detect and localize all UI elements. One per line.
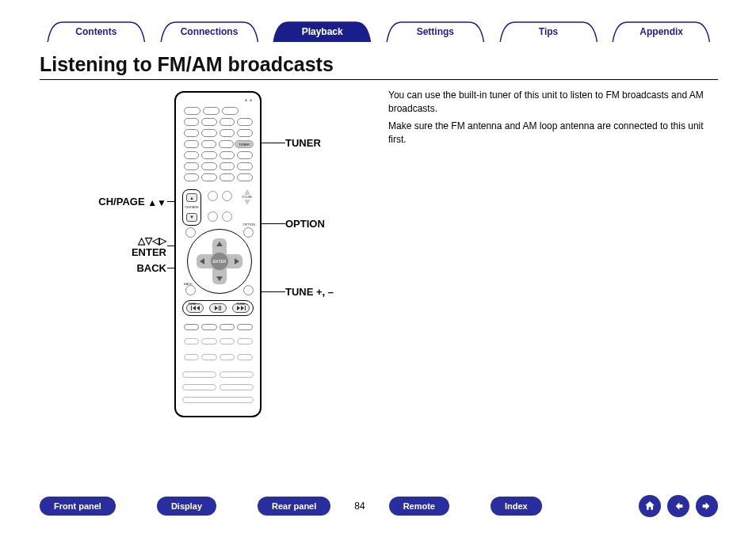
triangle-left-outline-icon: ◁ (152, 235, 159, 246)
remote-row-tuner: TUNER (182, 140, 254, 148)
remote-option-label: OPTION (243, 223, 255, 227)
remote-small-btn (208, 191, 218, 201)
tune-plus-label: TUNE + (237, 302, 248, 306)
tab-connections[interactable]: Connections (153, 21, 266, 42)
tab-contents[interactable]: Contents (40, 21, 153, 42)
callout-tune: TUNE +, – (285, 286, 334, 298)
remote-small-btn (208, 211, 218, 222)
nav-index[interactable]: Index (491, 497, 542, 516)
remote-row (182, 173, 254, 181)
dpad-down-icon (216, 276, 223, 281)
remote-back-btn (185, 285, 196, 295)
triangle-down-outline-icon: ▽ (145, 235, 152, 246)
callout-arrows-enter: △▽◁▷ ENTER (48, 234, 166, 258)
callout-back-label: BACK (136, 262, 166, 274)
remote-row (182, 371, 254, 378)
remote-option-btn (243, 227, 254, 238)
remote-small-btn (222, 211, 232, 222)
remote-row (182, 324, 254, 330)
remote-row (182, 162, 254, 170)
remote-power-leds (245, 99, 252, 101)
remote-back-label: BACK (184, 282, 193, 286)
remote-dpad: OPTION BACK ENTER (187, 229, 252, 294)
home-button[interactable] (639, 495, 661, 517)
remote-diagram: CH/PAGE ▲▼ △▽◁▷ ENTER BACK TUNER OPTION … (48, 91, 380, 440)
tab-label: Tips (539, 26, 558, 37)
nav-rear-panel[interactable]: Rear panel (258, 497, 330, 516)
triangle-down-icon: ▼ (157, 197, 166, 208)
tab-label: Appendix (640, 26, 683, 37)
page-title: Listening to FM/AM broadcasts (40, 53, 334, 76)
volume-up-icon (244, 189, 250, 195)
callout-chpage-label: CH/PAGE (98, 196, 144, 207)
arrow-left-icon (672, 500, 685, 512)
nav-remote[interactable]: Remote (389, 497, 449, 516)
volume-down-icon (244, 200, 250, 205)
dpad-right-icon (235, 258, 239, 265)
callout-option-label: OPTION (285, 218, 325, 230)
play-pause-icon (209, 303, 227, 313)
remote-row (182, 118, 254, 126)
remote-row (182, 151, 254, 159)
nav-display[interactable]: Display (157, 497, 216, 516)
remote-volume: VOLUME (242, 189, 252, 205)
remote-corner-btn (185, 227, 196, 238)
dpad-left-icon (200, 258, 204, 265)
bottom-nav: Front panel Display Rear panel 84 Remote… (40, 495, 718, 517)
page-icons (639, 495, 718, 517)
prev-page-button[interactable] (667, 495, 689, 517)
body-p1: You can use the built-in tuner of this u… (388, 89, 716, 116)
tab-label: Playback (302, 26, 343, 37)
top-tabs: Contents Connections Playback Settings T… (40, 21, 718, 42)
remote-row (182, 384, 254, 390)
tab-label: Connections (181, 26, 239, 37)
body-text: You can use the built-in tuner of this u… (388, 89, 716, 150)
remote-row (182, 338, 254, 345)
callout-enter-label: ENTER (132, 246, 166, 258)
dpad-up-icon (216, 242, 223, 246)
callout-tuner-label: TUNER (285, 137, 321, 149)
callout-chpage: CH/PAGE ▲▼ (48, 196, 166, 208)
tab-playback[interactable]: Playback (265, 21, 379, 42)
remote-chpage-group: ▲ CH/PAGE ▼ (182, 189, 201, 226)
body-p2: Make sure the FM antenna and AM loop ant… (388, 120, 716, 147)
remote-volume-label: VOLUME (242, 196, 252, 199)
triangle-up-outline-icon: △ (138, 235, 145, 246)
remote-small-btn (222, 191, 232, 201)
tab-label: Contents (75, 26, 116, 37)
nav-front-panel[interactable]: Front panel (40, 497, 116, 516)
tab-settings[interactable]: Settings (379, 21, 492, 42)
callout-back: BACK (48, 262, 166, 274)
callout-tune-label: TUNE +, – (285, 286, 334, 298)
tab-label: Settings (417, 26, 454, 37)
callout-tuner: TUNER (285, 137, 321, 149)
remote-row (182, 354, 254, 360)
page-number: 84 (354, 501, 365, 512)
tab-tips[interactable]: Tips (492, 21, 605, 42)
next-page-button[interactable] (696, 495, 718, 517)
remote-chpage-label: CH/PAGE (185, 205, 199, 209)
triangle-right-outline-icon: ▷ (159, 235, 166, 246)
remote-corner-btn (243, 285, 254, 295)
remote-body: TUNER ▲ CH/PAGE ▼ VOLUME OPTION BAC (174, 91, 262, 417)
remote-tuner-button: TUNER (235, 140, 254, 148)
remote-row (182, 397, 254, 403)
arrow-right-icon (701, 500, 713, 512)
triangle-up-icon: ▲ (147, 197, 157, 208)
remote-enter-button: ENTER (211, 253, 228, 270)
tune-minus-label: TUNE – (188, 302, 199, 306)
remote-row (182, 107, 254, 115)
remote-row (182, 129, 254, 137)
remote-tune-group: TUNE – TUNE + (182, 300, 254, 316)
heading-divider (40, 79, 718, 80)
remote-chpage-up: ▲ (186, 193, 197, 202)
callout-option: OPTION (285, 218, 325, 230)
remote-chpage-down: ▼ (186, 213, 197, 222)
home-icon (643, 500, 656, 512)
tab-appendix[interactable]: Appendix (605, 21, 718, 42)
